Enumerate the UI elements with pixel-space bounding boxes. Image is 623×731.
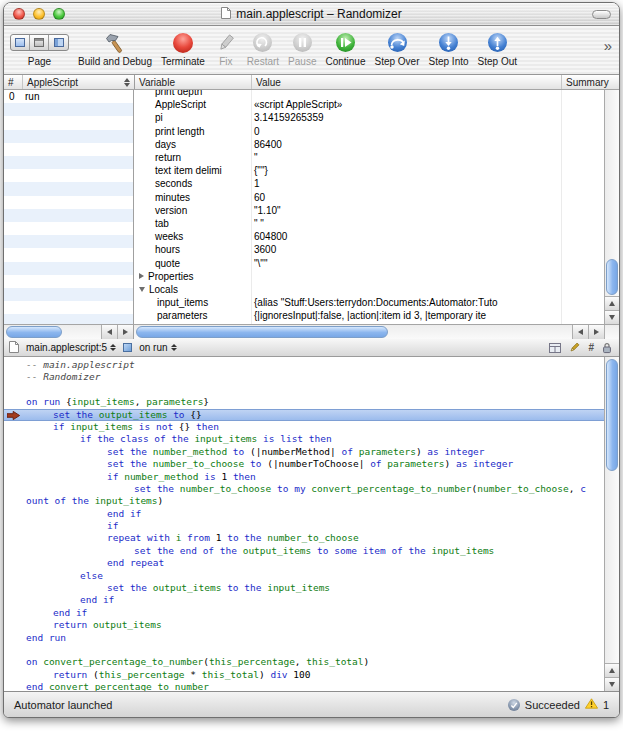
code-line[interactable]: return (this_percentage * this_total) di… [4, 669, 604, 681]
scroll-left-arrow[interactable] [101, 325, 117, 339]
disclosure-triangle-icon[interactable] [139, 287, 145, 292]
code-line[interactable] [4, 384, 604, 396]
title-bar[interactable]: main.applescript – Randomizer [4, 3, 619, 26]
variable-row[interactable]: seconds1 [134, 177, 604, 190]
code-line[interactable]: ount of the input_items) [4, 495, 604, 507]
scrollbar-thumb[interactable] [6, 326, 62, 338]
header-value[interactable]: Value [252, 75, 562, 89]
toolbar-button-page[interactable]: Page [10, 29, 69, 67]
code-line[interactable]: repeat with i from 1 to the number_to_ch… [4, 532, 604, 544]
toolbar-overflow-chevron[interactable]: » [604, 37, 615, 66]
horizontal-scrollbars [4, 324, 619, 339]
variable-row[interactable]: text item delimi{""} [134, 164, 604, 177]
file-popup[interactable]: main.applescript:5 [24, 342, 118, 353]
code-line[interactable]: else [4, 570, 604, 582]
variable-value: 0 [251, 126, 604, 137]
code-line[interactable]: -- main.applescript [4, 359, 604, 371]
scroll-left-arrow[interactable] [572, 325, 588, 339]
code-line[interactable]: on run {input_items, parameters} [4, 396, 604, 408]
code-line[interactable]: set the end of the output_items to some … [4, 545, 604, 557]
code-line[interactable]: set the output_items to the input_items [4, 582, 604, 594]
close-button[interactable] [13, 8, 25, 20]
code-line[interactable]: set the number_to_choose to (|numberToCh… [4, 458, 604, 470]
symbol-popup[interactable]: on run [137, 342, 178, 353]
callstack-horizontal-scrollbar[interactable] [4, 325, 134, 339]
column-divider [251, 90, 252, 324]
code-line[interactable]: end repeat [4, 557, 604, 569]
code-line[interactable]: if input_items is not {} then [4, 421, 604, 433]
scroll-down-arrow[interactable] [605, 677, 619, 691]
variable-value: 1 [251, 178, 604, 189]
toolbar-button-step-over[interactable]: Step Over [374, 29, 419, 67]
code-line[interactable]: if [4, 520, 604, 532]
header-language[interactable]: AppleScript [23, 75, 135, 89]
scrollbar-thumb[interactable] [606, 259, 618, 295]
toolbar-button-step-out[interactable]: Step Out [478, 29, 517, 67]
scroll-up-arrow[interactable] [605, 663, 619, 677]
grid-icon[interactable] [549, 343, 561, 353]
variable-row[interactable]: tab" " [134, 217, 604, 230]
pencil-icon[interactable] [569, 342, 580, 353]
code-line[interactable]: end if [4, 508, 604, 520]
variable-row[interactable]: pi3.14159265359 [134, 111, 604, 124]
variable-row[interactable]: minutes60 [134, 191, 604, 204]
header-number[interactable]: # [4, 75, 23, 89]
code-line[interactable]: if number_method is 1 then [4, 471, 604, 483]
header-summary[interactable]: Summary [562, 75, 619, 89]
variable-row[interactable]: return" [134, 151, 604, 164]
variable-row[interactable]: quote"\"" [134, 256, 604, 269]
toolbar-toggle-button[interactable] [592, 10, 611, 19]
variables-vertical-scrollbar[interactable] [604, 90, 619, 324]
hash-icon[interactable]: # [588, 342, 594, 353]
build-result-label[interactable]: Succeeded [525, 699, 580, 711]
code-line[interactable]: set the number_method to (|numberMethod|… [4, 446, 604, 458]
code-line[interactable]: end if [4, 594, 604, 606]
disclosure-triangle-icon[interactable] [139, 273, 144, 279]
minimize-button[interactable] [33, 8, 45, 20]
variable-name: hours [134, 244, 251, 255]
variable-row[interactable]: Properties [134, 270, 604, 283]
code-line[interactable]: -- Randomizer [4, 371, 604, 383]
code-line[interactable]: end run [4, 632, 604, 644]
sort-indicator-icon[interactable] [124, 78, 130, 87]
variable-row[interactable]: AppleScript«script AppleScript» [134, 98, 604, 111]
header-variable[interactable]: Variable [135, 75, 252, 89]
code-line[interactable]: set the number_to_choose to my convert_p… [4, 483, 604, 495]
editor-vertical-scrollbar[interactable] [604, 357, 619, 691]
code-line[interactable]: end if [4, 607, 604, 619]
warning-icon[interactable] [585, 698, 598, 711]
variable-row[interactable]: weeks604800 [134, 230, 604, 243]
variable-row[interactable]: version"1.10" [134, 204, 604, 217]
scroll-right-arrow[interactable] [588, 325, 604, 339]
scroll-right-arrow[interactable] [117, 325, 133, 339]
variable-row[interactable]: print depth [134, 90, 604, 98]
code-line[interactable] [4, 644, 604, 656]
code-line[interactable]: return output_items [4, 619, 604, 631]
scroll-down-arrow[interactable] [605, 310, 619, 324]
document-proxy-icon[interactable] [221, 7, 231, 22]
scrollbar-thumb[interactable] [136, 326, 388, 338]
lock-icon[interactable] [602, 342, 612, 354]
toolbar-button-step-into[interactable]: Step Into [429, 29, 469, 67]
variable-row[interactable]: hours3600 [134, 243, 604, 256]
toolbar-button-build-and-debug[interactable]: Build and Debug [78, 29, 152, 67]
code-line[interactable]: end convert_percentage_to_number [4, 681, 604, 691]
toolbar-button-continue[interactable]: Continue [325, 29, 365, 67]
variable-row[interactable]: input_items{alias "Stuff:Users:terrydon:… [134, 296, 604, 309]
zoom-button[interactable] [53, 8, 65, 20]
toolbar-button-terminate[interactable]: Terminate [161, 29, 205, 67]
column-divider [561, 90, 562, 324]
variable-row[interactable]: print length0 [134, 125, 604, 138]
current-execution-line[interactable]: set the output_items to {} [4, 409, 604, 421]
variable-row[interactable]: days86400 [134, 138, 604, 151]
variables-horizontal-scrollbar[interactable] [134, 325, 604, 339]
code-line[interactable]: if the class of the input_items is list … [4, 433, 604, 445]
warning-count[interactable]: 1 [603, 699, 609, 711]
xcode-window: main.applescript – Randomizer PageBuild … [3, 2, 620, 718]
code-line[interactable]: on convert_percentage_to_number(this_per… [4, 656, 604, 668]
variable-row[interactable]: Locals [134, 283, 604, 296]
scrollbar-thumb[interactable] [606, 359, 618, 471]
scroll-up-arrow[interactable] [605, 296, 619, 310]
callstack-row[interactable]: 0run [4, 90, 133, 103]
variable-row[interactable]: parameters{|ignoresInput|:false, |action… [134, 309, 604, 322]
